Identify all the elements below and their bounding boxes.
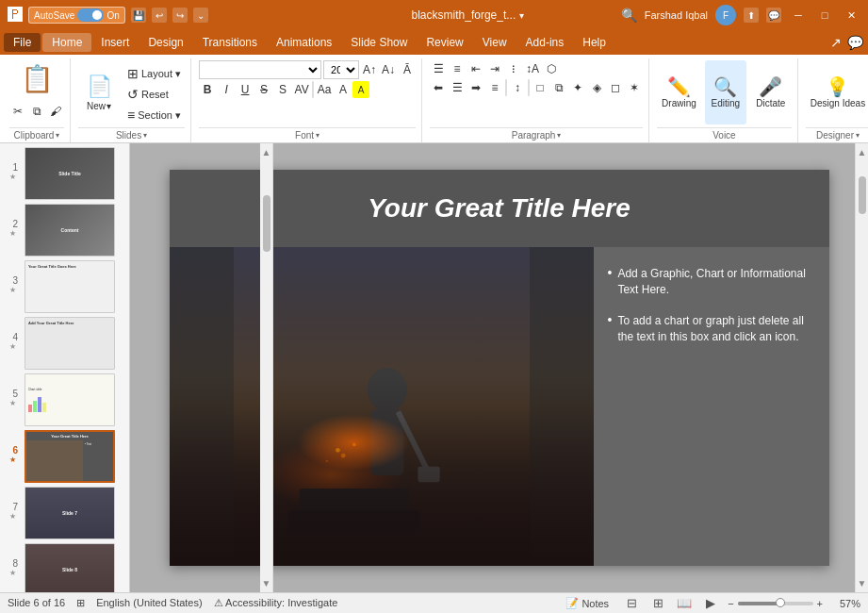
increase-font-button[interactable]: A↑ (361, 61, 378, 78)
italic-button[interactable]: I (218, 81, 235, 98)
format-painter-button[interactable]: 🖌 (47, 103, 64, 120)
slide-thumbnail-4[interactable]: Add Your Great Title Here (25, 317, 115, 370)
layout-button[interactable]: ⊞Layout ▾ (123, 64, 185, 83)
zoom-percent[interactable]: 57% (830, 598, 860, 609)
save-icon[interactable]: 💾 (131, 8, 146, 23)
slide-thumb-3[interactable]: 3 ★ Your Great Title Goes Here (4, 260, 125, 313)
menu-review[interactable]: Review (417, 33, 472, 52)
menu-design[interactable]: Design (139, 33, 192, 52)
clipboard-expand-icon[interactable]: ▾ (56, 131, 59, 140)
strikethrough-button[interactable]: S (255, 81, 272, 98)
customize-icon[interactable]: ⌄ (193, 8, 208, 23)
decrease-indent-button[interactable]: ⇤ (467, 60, 484, 77)
slides-expand-icon[interactable]: ▾ (143, 131, 147, 140)
shape-outline-button[interactable]: ◻ (607, 79, 624, 96)
canvas-scrollbar-v[interactable]: ▲ ▼ (855, 143, 868, 592)
change-case-button[interactable]: Aa (316, 81, 333, 98)
align-right-button[interactable]: ➡ (467, 79, 484, 96)
shape-fill-button[interactable]: ◈ (588, 79, 605, 96)
dictate-button[interactable]: 🎤 Dictate (750, 60, 792, 124)
underline-button[interactable]: U (237, 81, 254, 98)
slide-sorter-button[interactable]: ⊞ (648, 594, 667, 613)
design-ideas-button[interactable]: 💡 Design Ideas (806, 60, 868, 124)
copy-button[interactable]: ⧉ (28, 103, 45, 120)
minimize-button[interactable]: ─ (789, 6, 808, 25)
autosave-badge[interactable]: AutoSave On (28, 7, 125, 24)
clear-format-button[interactable]: Ā (399, 61, 416, 78)
menu-help[interactable]: Help (573, 33, 615, 52)
menu-animations[interactable]: Animations (267, 33, 341, 52)
columns-button[interactable]: ⫶ (505, 60, 522, 77)
menu-slideshow[interactable]: Slide Show (341, 33, 417, 52)
shadow-button[interactable]: S (274, 81, 291, 98)
section-button[interactable]: ≡Section ▾ (123, 106, 185, 124)
slide-text-area[interactable]: • Add a Graphic, Chart or Informational … (594, 247, 829, 566)
maximize-button[interactable]: □ (815, 6, 834, 25)
paste-button[interactable]: 📋 (18, 60, 57, 102)
normal-view-button[interactable]: ⊟ (622, 594, 641, 613)
zoom-in-icon[interactable]: + (817, 598, 823, 609)
reset-button[interactable]: ↺Reset (123, 85, 185, 104)
smart-art-convert-button[interactable]: ⬡ (543, 60, 560, 77)
reading-view-button[interactable]: 📖 (675, 594, 694, 613)
font-family-select[interactable] (199, 60, 321, 79)
decrease-font-button[interactable]: A↓ (380, 61, 397, 78)
slide-thumbnail-8[interactable]: Slide 8 (25, 543, 115, 592)
ribbon-collapse-icon[interactable]: ⬆ (744, 8, 759, 23)
slide-thumbnail-7[interactable]: Slide 7 (25, 487, 115, 539)
slide-thumb-2[interactable]: 2 ★ Content (4, 204, 125, 257)
font-size-select[interactable]: 20 (323, 60, 359, 79)
arrange-button[interactable]: ⧉ (550, 79, 567, 96)
slide-thumb-4[interactable]: 4 ★ Add Your Great Title Here (4, 317, 125, 370)
designer-expand-icon[interactable]: ▾ (856, 131, 860, 140)
redo-icon[interactable]: ↪ (172, 8, 188, 23)
share-icon[interactable]: ↗ (827, 33, 845, 52)
slide-thumb-5[interactable]: 5 ★ Chart slide (4, 373, 125, 426)
zoom-slider[interactable]: − + (728, 598, 823, 609)
slide-thumbnail-6[interactable]: Your Great Title Here • Text (25, 430, 115, 483)
line-spacing-button[interactable]: ↕ (509, 79, 526, 96)
shape-effects-button[interactable]: ✶ (626, 79, 643, 96)
slide-thumb-1[interactable]: 1 ★ Slide Title (4, 147, 125, 200)
slide-thumbnail-5[interactable]: Chart slide (25, 373, 115, 426)
cut-button[interactable]: ✂ (9, 103, 26, 120)
menu-insert[interactable]: Insert (91, 33, 139, 52)
menu-file[interactable]: File (4, 33, 41, 52)
close-button[interactable]: ✕ (842, 6, 860, 25)
font-color-button[interactable]: A (335, 81, 352, 98)
comments-icon[interactable]: 💬 (766, 8, 781, 23)
slide-thumbnail-2[interactable]: Content (25, 204, 115, 257)
para-expand-icon[interactable]: ▾ (557, 131, 561, 140)
align-center-button[interactable]: ☰ (449, 79, 466, 96)
editing-button[interactable]: 🔍 Editing (705, 60, 746, 124)
search-icon[interactable]: 🔍 (621, 8, 637, 23)
comments-ribbon-icon[interactable]: 💬 (845, 33, 864, 52)
menu-addins[interactable]: Add-ins (516, 33, 574, 52)
slide-title-text[interactable]: Your Great Title Here (368, 193, 631, 224)
slide-thumb-6[interactable]: 6 ★ Your Great Title Here • Text (4, 430, 125, 483)
drawing-button[interactable]: ✏️ Drawing (657, 60, 701, 124)
zoom-thumb[interactable] (776, 598, 785, 607)
new-slide-button[interactable]: 📄 New ▾ (78, 60, 120, 124)
char-spacing-button[interactable]: AV (293, 81, 310, 98)
slide-thumbnail-3[interactable]: Your Great Title Goes Here (25, 260, 115, 313)
font-expand-icon[interactable]: ▾ (316, 131, 319, 140)
zoom-track[interactable] (738, 602, 813, 605)
slide-thumb-7[interactable]: 7 ★ Slide 7 (4, 487, 125, 539)
slide-thumbnail-1[interactable]: Slide Title (25, 147, 115, 200)
undo-icon[interactable]: ↩ (152, 8, 167, 23)
text-direction-button[interactable]: ↕A (524, 60, 541, 77)
slide-count-icon[interactable]: ⊞ (76, 597, 85, 609)
shapes-button[interactable]: □ (532, 79, 549, 96)
menu-home[interactable]: Home (42, 33, 91, 52)
highlight-color-button[interactable]: A (352, 81, 369, 98)
menu-transitions[interactable]: Transitions (193, 33, 267, 52)
slide-thumb-8[interactable]: 8 ★ Slide 8 (4, 543, 125, 592)
zoom-out-icon[interactable]: − (728, 598, 733, 609)
justify-button[interactable]: ≡ (486, 79, 503, 96)
bullets-button[interactable]: ☰ (430, 60, 447, 77)
panel-scrollbar[interactable]: ▲ ▼ (260, 143, 273, 592)
increase-indent-button[interactable]: ⇥ (486, 60, 503, 77)
numbering-button[interactable]: ≡ (449, 60, 466, 77)
autosave-toggle[interactable] (77, 8, 104, 22)
